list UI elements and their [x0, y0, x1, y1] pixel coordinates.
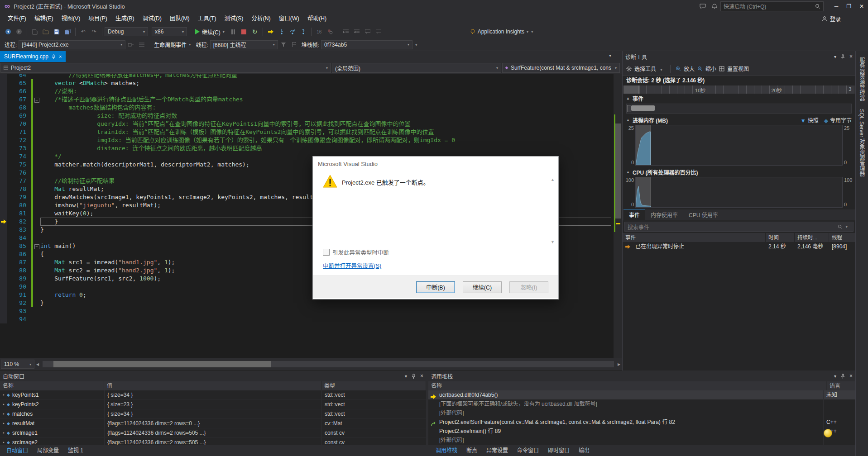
solution-configuration-dropdown[interactable]: Debug▾	[105, 27, 148, 36]
sign-in-button[interactable]: 登录	[822, 15, 841, 23]
lifecycle-events-dropdown[interactable]: 生命周期事件 ▾	[151, 39, 194, 50]
cpu-plot[interactable]	[635, 177, 843, 208]
expand-arrow-icon[interactable]: ▸	[3, 419, 5, 428]
step-into-icon[interactable]	[276, 26, 287, 37]
code-text[interactable]: trainIdx: 当前“匹配点”在训练（模板）图像的特征在KeyPoints2…	[40, 128, 611, 136]
uncomment-icon[interactable]	[373, 26, 384, 37]
toolbar2-overflow-icon[interactable]: ▾	[415, 43, 417, 47]
zoom-in-button[interactable]: 放大	[684, 65, 695, 72]
fold-margin[interactable]	[33, 120, 40, 128]
code-line[interactable]: 64//得到匹配结果存放在matches中，matches为特征点匹配向量	[0, 74, 611, 79]
callstack-tab-2[interactable]: 断点	[462, 445, 482, 456]
fold-margin[interactable]	[33, 152, 40, 161]
thread-dropdown[interactable]: [6680] 主线程▾	[210, 40, 278, 49]
breakpoint-margin[interactable]	[0, 136, 7, 144]
fold-margin[interactable]	[33, 315, 40, 323]
minimize-button[interactable]: ─	[830, 0, 843, 12]
fold-margin[interactable]	[33, 128, 40, 136]
scroll-down-icon[interactable]: ▼	[551, 240, 555, 244]
breakpoints-window-icon[interactable]	[325, 26, 336, 37]
breakpoint-margin[interactable]	[0, 161, 7, 169]
notification-balloon-icon[interactable]	[824, 429, 832, 437]
redo-icon[interactable]: ↷	[89, 26, 100, 37]
fold-margin[interactable]	[33, 209, 40, 218]
select-tool-dropdown[interactable]: 选择工具 ▾	[634, 65, 665, 72]
break-button[interactable]: 中断(B)	[416, 281, 455, 293]
diag-tab-3[interactable]: CPU 使用率	[683, 209, 724, 220]
fold-margin[interactable]	[33, 250, 40, 258]
code-line[interactable]: 94	[0, 315, 611, 323]
undo-icon[interactable]: ↶	[78, 26, 89, 37]
debug-continue-button[interactable]: 继续(C) ▾	[192, 26, 228, 37]
breakpoint-margin[interactable]	[0, 95, 7, 104]
close-panel-icon[interactable]: ×	[420, 373, 423, 379]
code-line[interactable]: 70queryIdx: 当前“匹配点”在查询图像的特征在KeyPoints1向量…	[0, 120, 611, 128]
open-exception-settings-link[interactable]: 中断并打开异常设置(S)	[323, 261, 381, 270]
fold-margin[interactable]	[33, 136, 40, 144]
save-all-icon[interactable]	[62, 26, 73, 37]
hex-display-icon[interactable]: 16	[314, 26, 325, 37]
expand-arrow-icon[interactable]: ▸	[3, 400, 5, 409]
breakpoint-margin[interactable]	[0, 120, 7, 128]
code-text[interactable]: vector <DMatch> matches;	[40, 79, 611, 87]
code-text[interactable]	[40, 315, 611, 323]
timeline-ruler[interactable]: 10秒 20秒 3	[623, 86, 854, 94]
fold-margin[interactable]	[33, 299, 40, 307]
breakpoint-margin[interactable]	[0, 144, 7, 152]
pin-icon[interactable]	[52, 54, 56, 59]
nav-scope-dropdown[interactable]: (全局范围)▾	[332, 63, 501, 73]
selection-handle[interactable]	[627, 105, 631, 112]
editor-vertical-scrollbar[interactable]	[614, 74, 622, 358]
pin-icon[interactable]	[841, 374, 845, 379]
fold-margin[interactable]	[33, 87, 40, 95]
scroll-right-icon[interactable]: ▶	[616, 362, 622, 366]
event-row[interactable]: 已在出现异常时停止 2.14 秒 2,146 毫秒 [8904]	[623, 242, 855, 251]
fold-margin[interactable]	[33, 79, 40, 87]
navigate-forward-icon[interactable]	[14, 26, 24, 37]
breakpoint-margin[interactable]	[0, 74, 7, 79]
menu-item[interactable]: 测试(S)	[221, 14, 248, 24]
collapse-icon[interactable]: −	[34, 244, 39, 249]
code-text[interactable]: /*描述子匹配器进行特征点匹配后生产一个DMatch类型的向量matches	[40, 95, 611, 104]
col-thread[interactable]: 线程	[829, 233, 855, 242]
menu-item[interactable]: 项目(P)	[84, 14, 111, 24]
code-line[interactable]: 66//说明:	[0, 87, 611, 95]
breakpoint-margin[interactable]	[0, 185, 7, 193]
fold-margin[interactable]	[33, 161, 40, 169]
zoom-dropdown[interactable]: 110 %▾	[1, 360, 34, 369]
scrollbar-thumb[interactable]	[615, 124, 621, 218]
menu-item[interactable]: 文件(F)	[4, 14, 30, 24]
code-text[interactable]: //得到匹配结果存放在matches中，matches为特征点匹配向量	[40, 74, 611, 79]
fold-margin[interactable]	[33, 144, 40, 152]
pin-icon[interactable]	[841, 54, 845, 59]
col-name[interactable]: 名称	[428, 381, 826, 390]
fold-margin[interactable]	[33, 234, 40, 242]
autos-tab-2[interactable]: 局部变量	[33, 445, 63, 456]
current-statement-arrow-icon[interactable]	[0, 218, 7, 226]
tab-surflearning-cpp[interactable]: SURFlearning.cpp ×	[0, 51, 66, 62]
breakpoint-margin[interactable]	[0, 299, 7, 307]
breakpoint-margin[interactable]	[0, 307, 7, 315]
close-button[interactable]: ✕	[855, 0, 868, 12]
autos-row[interactable]: ▸◆keyPoints2{ size=23 }std::vect	[0, 400, 426, 409]
breakpoint-margin[interactable]	[0, 209, 7, 218]
breakpoint-margin[interactable]	[0, 250, 7, 258]
process-list-icon[interactable]	[136, 39, 147, 50]
events-search-input[interactable]: 搜索事件 ▾	[624, 222, 854, 232]
events-track[interactable]	[626, 104, 852, 114]
callstack-tab-3[interactable]: 异常设置	[482, 445, 513, 456]
reset-view-icon[interactable]	[719, 66, 724, 71]
zoom-out-button[interactable]: 缩小	[705, 65, 716, 72]
code-line[interactable]: 68matches数据结构包含的内容有:	[0, 104, 611, 112]
code-text[interactable]: imgIdx: 当前匹配点对应训练图像（如果有若干个）的索引，如果只有一个训练图…	[40, 136, 611, 144]
memory-plot[interactable]	[635, 125, 843, 166]
expand-arrow-icon[interactable]: ▸	[3, 409, 5, 418]
fold-margin[interactable]	[33, 185, 40, 193]
breakpoint-margin[interactable]	[0, 291, 7, 299]
menu-item[interactable]: 分析(N)	[247, 14, 274, 24]
autos-row[interactable]: ▸◆matches{ size=34 }std::vect	[0, 409, 426, 419]
breakpoint-margin[interactable]	[0, 104, 7, 112]
col-time[interactable]: 时间	[766, 233, 795, 242]
breakpoint-margin[interactable]	[0, 79, 7, 87]
events-section-header[interactable]: ▲ 事件	[623, 94, 855, 103]
